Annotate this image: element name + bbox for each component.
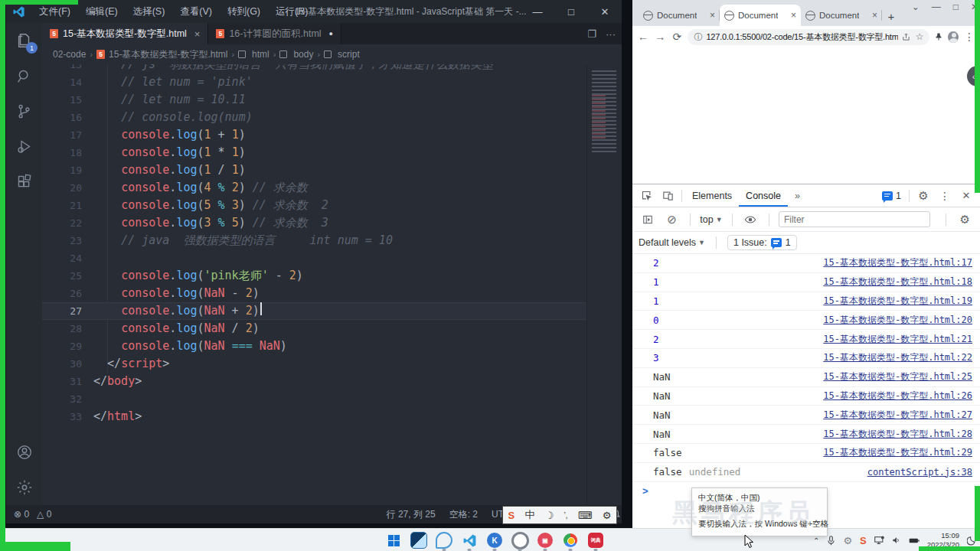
breadcrumb-script[interactable]: script bbox=[338, 49, 360, 60]
breadcrumb-html[interactable]: html bbox=[252, 49, 270, 60]
url-text[interactable]: 127.0.0.1:5500/02-code/15-基本数据类型-数字型.htm… bbox=[706, 31, 897, 43]
code-line[interactable]: 26 console.log(NaN - 2) bbox=[42, 285, 587, 302]
bookmark-star-icon[interactable]: ☆ bbox=[916, 31, 924, 42]
tray-microphone-icon[interactable] bbox=[827, 536, 835, 546]
source-control-icon[interactable] bbox=[6, 93, 42, 129]
code-line[interactable]: 29 console.log(NaN === NaN) bbox=[42, 337, 587, 355]
source-link[interactable]: 15-基本数据类型-数字型.html:18 bbox=[823, 276, 972, 289]
search-icon[interactable] bbox=[6, 58, 42, 93]
ime-halfmoon-icon[interactable]: ☽ bbox=[545, 510, 554, 521]
browser-tab[interactable]: Document× bbox=[639, 5, 720, 26]
context-selector[interactable]: top▼ bbox=[700, 214, 722, 225]
ring-app-icon[interactable] bbox=[511, 531, 529, 549]
code-line[interactable]: 16 // console.log(num) bbox=[42, 109, 587, 126]
ime-tools-icon[interactable]: ⚙ bbox=[603, 510, 612, 521]
source-link[interactable]: 15-基本数据类型-数字型.html:27 bbox=[823, 409, 972, 422]
editor-more-actions-icon[interactable]: ··· bbox=[606, 28, 616, 40]
new-tab-button[interactable]: + bbox=[882, 10, 900, 23]
code-line[interactable]: 30 </script> bbox=[42, 355, 587, 373]
editor-tab[interactable]: 516-计算圆的面积.html● bbox=[208, 23, 341, 44]
source-link[interactable]: 15-基本数据类型-数字型.html:28 bbox=[823, 428, 972, 441]
breadcrumb-folder[interactable]: 02-code bbox=[53, 49, 86, 60]
address-bar[interactable]: ⓘ 127.0.0.1:5500/02-code/15-基本数据类型-数字型.h… bbox=[688, 29, 929, 45]
console-filter-input[interactable] bbox=[779, 211, 931, 227]
code-line[interactable]: 32 bbox=[42, 390, 587, 408]
widgets-icon[interactable] bbox=[410, 531, 428, 549]
tab-close-icon[interactable]: × bbox=[710, 10, 715, 21]
code-line[interactable]: 33</html> bbox=[42, 408, 587, 425]
code-line[interactable]: 27 console.log(NaN + 2) bbox=[42, 302, 587, 320]
tray-battery-icon[interactable] bbox=[909, 536, 920, 545]
k-app-icon[interactable]: K bbox=[485, 531, 504, 549]
tab-elements[interactable]: Elements bbox=[685, 184, 739, 207]
cursor-position[interactable]: 行 27, 列 25 bbox=[387, 508, 436, 521]
tray-settings-icon[interactable]: ⚙ bbox=[843, 535, 852, 546]
devtools-close-icon[interactable]: ✕ bbox=[956, 190, 977, 201]
devtools-settings-gear-icon[interactable]: ⚙ bbox=[913, 189, 934, 203]
vscode-minimize-button[interactable]: — bbox=[521, 6, 554, 18]
source-link[interactable]: 15-基本数据类型-数字型.html:21 bbox=[823, 333, 972, 346]
chat-app-icon[interactable] bbox=[435, 531, 453, 549]
more-panels-icon[interactable]: » bbox=[788, 184, 807, 207]
source-link[interactable]: 15-基本数据类型-数字型.html:17 bbox=[823, 256, 972, 269]
code-line[interactable]: 21 console.log(5 % 3) // 求余数 2 bbox=[42, 197, 587, 214]
back-icon[interactable]: ← bbox=[637, 31, 649, 43]
code-line[interactable]: 17 console.log(1 + 1) bbox=[42, 126, 587, 144]
source-link[interactable]: 15-基本数据类型-数字型.html:20 bbox=[823, 314, 972, 327]
tray-chevron-up-icon[interactable]: ⌃ bbox=[813, 536, 819, 545]
forward-icon[interactable]: → bbox=[654, 31, 666, 43]
warnings-indicator[interactable]: △ 0 bbox=[37, 509, 51, 520]
tab-console[interactable]: Console bbox=[739, 184, 788, 207]
split-editor-icon[interactable]: ❐ bbox=[587, 28, 596, 40]
menu-item[interactable]: 选择(S) bbox=[127, 3, 172, 21]
tab-search-icon[interactable]: ⌄ bbox=[912, 2, 920, 12]
editor-tab[interactable]: 515-基本数据类型-数字型.html× bbox=[42, 23, 208, 44]
code-line[interactable]: 14 // let num = 'pink' bbox=[42, 73, 587, 91]
breadcrumb-file[interactable]: 15-基本数据类型-数字型.html bbox=[109, 48, 227, 61]
source-link[interactable]: 15-基本数据类型-数字型.html:29 bbox=[823, 446, 972, 459]
site-info-icon[interactable]: ⓘ bbox=[694, 31, 702, 43]
menu-item[interactable]: 文件(F) bbox=[33, 3, 77, 21]
code-line[interactable]: 19 console.log(1 / 1) bbox=[42, 161, 587, 179]
source-link[interactable]: 15-基本数据类型-数字型.html:25 bbox=[823, 370, 972, 383]
code-line[interactable]: 31</body> bbox=[42, 373, 587, 390]
ime-punct-icon[interactable]: ’, bbox=[564, 511, 568, 520]
chrome-maximize-button[interactable]: □ bbox=[953, 2, 959, 12]
default-levels-dropdown[interactable]: Default levels▼ bbox=[639, 237, 705, 248]
profile-avatar[interactable] bbox=[948, 31, 958, 43]
issues-chip[interactable]: 1 Issue: 1 bbox=[727, 235, 797, 250]
sogou-logo-icon[interactable]: S bbox=[508, 510, 515, 521]
inspect-element-icon[interactable] bbox=[635, 190, 657, 201]
tray-sogou-icon[interactable]: S bbox=[860, 535, 867, 546]
source-link[interactable]: 15-基本数据类型-数字型.html:26 bbox=[823, 390, 972, 403]
console-sidebar-toggle-icon[interactable] bbox=[639, 214, 657, 225]
console-settings-gear-icon[interactable]: ⚙ bbox=[956, 213, 974, 227]
accounts-icon[interactable] bbox=[6, 435, 42, 470]
devtools-kebab-icon[interactable]: ⋮ bbox=[934, 190, 956, 202]
extensions-icon[interactable] bbox=[6, 164, 42, 199]
menu-item[interactable]: 编辑(E) bbox=[80, 3, 124, 21]
ime-lang-toggle[interactable]: 中 bbox=[524, 508, 534, 522]
start-button-icon[interactable] bbox=[384, 531, 403, 549]
share-icon[interactable] bbox=[902, 33, 910, 41]
source-link[interactable]: contentScript.js:38 bbox=[867, 467, 972, 478]
extension-pin-icon[interactable] bbox=[934, 32, 943, 41]
tab-close-icon[interactable]: × bbox=[194, 28, 201, 40]
chrome-menu-kebab-icon[interactable]: ⋮ bbox=[963, 31, 975, 43]
chrome-minimize-button[interactable]: — bbox=[932, 2, 941, 12]
sogou-ime-toolbar[interactable]: S 中 ☽ ’, ⌨ ⚙ bbox=[502, 506, 617, 524]
youdao-dict-icon[interactable]: 词典 bbox=[586, 531, 605, 549]
explorer-icon[interactable]: 1 bbox=[6, 23, 42, 58]
run-debug-icon[interactable] bbox=[6, 129, 42, 164]
source-link[interactable]: 15-基本数据类型-数字型.html:19 bbox=[823, 295, 972, 308]
vscode-taskbar-icon[interactable] bbox=[460, 531, 479, 549]
tab-close-icon[interactable]: × bbox=[872, 10, 877, 21]
tab-close-icon[interactable]: × bbox=[791, 10, 796, 21]
vscode-close-button[interactable]: ✕ bbox=[588, 6, 622, 18]
code-line[interactable]: 15 // let num = 10.11 bbox=[42, 91, 587, 109]
errors-indicator[interactable]: ⊗ 0 bbox=[14, 509, 29, 520]
minimap[interactable] bbox=[586, 64, 622, 505]
tab-dirty-dot[interactable]: ● bbox=[329, 30, 333, 37]
menu-item[interactable]: 转到(G) bbox=[221, 3, 266, 21]
menu-item[interactable]: 查看(V) bbox=[174, 3, 218, 21]
